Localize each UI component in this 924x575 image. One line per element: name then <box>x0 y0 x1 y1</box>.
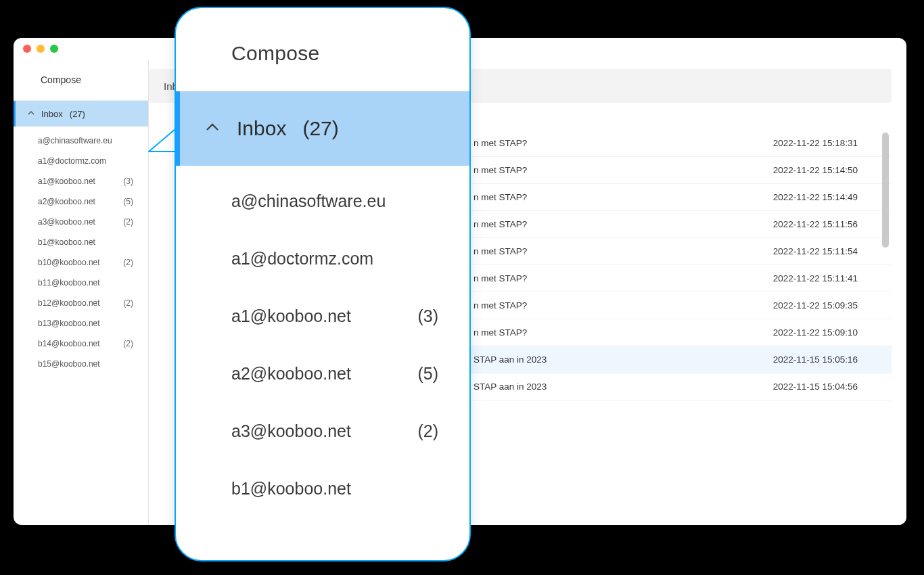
message-date: 2022-11-22 15:11:54 <box>773 246 864 256</box>
message-subject: n met STAP? <box>467 273 773 283</box>
message-subject: n met STAP? <box>467 192 773 202</box>
sidebar-account-email: a2@kooboo.net <box>38 197 95 206</box>
callout-account-count: (2) <box>417 421 438 441</box>
sidebar-account-item[interactable]: b14@kooboo.net(2) <box>14 334 148 354</box>
sidebar-account-email: b1@kooboo.net <box>38 237 95 247</box>
message-row[interactable]: n met STAP?2022-11-22 15:14:50 <box>467 157 892 184</box>
callout-account-email: b1@kooboo.net <box>231 479 351 499</box>
sidebar-account-item[interactable]: a1@doctormz.com <box>14 151 148 171</box>
sidebar-account-item[interactable]: b12@kooboo.net(2) <box>14 293 148 313</box>
message-date: 2022-11-15 15:05:16 <box>773 354 864 365</box>
sidebar-account-item[interactable]: a@chinasoftware.eu <box>14 131 148 151</box>
sidebar-account-count: (2) <box>123 298 136 308</box>
message-date: 2022-11-22 15:11:56 <box>773 219 864 229</box>
callout-account-item[interactable]: b1@kooboo.net <box>176 460 469 518</box>
window-minimize-button[interactable] <box>37 45 45 53</box>
sidebar-account-count: (3) <box>123 177 136 186</box>
callout-account-email: a1@doctormz.com <box>231 249 373 269</box>
message-row[interactable]: n met STAP?2022-11-22 15:09:35 <box>467 292 892 319</box>
callout-account-item[interactable]: a2@kooboo.net(5) <box>176 345 469 402</box>
sidebar-account-count: (2) <box>123 258 136 267</box>
sidebar-inbox[interactable]: Inbox (27) <box>14 101 148 127</box>
message-date: 2022-11-22 15:18:31 <box>773 138 864 148</box>
sidebar-account-item[interactable]: a1@kooboo.net(3) <box>14 171 148 191</box>
sidebar-account-email: a1@doctormz.com <box>38 156 106 166</box>
chevron-up-icon <box>206 120 219 137</box>
sidebar-account-email: b14@kooboo.net <box>38 339 100 348</box>
callout-account-item[interactable]: a3@kooboo.net(2) <box>176 402 469 460</box>
sidebar-account-item[interactable]: b15@kooboo.net <box>14 354 148 374</box>
message-row[interactable]: n met STAP?2022-11-22 15:14:49 <box>467 184 892 211</box>
sidebar-account-count <box>133 156 136 166</box>
message-row[interactable]: n met STAP?2022-11-22 15:09:10 <box>467 319 892 346</box>
callout-compose-button[interactable]: Compose <box>176 8 469 91</box>
callout-inbox[interactable]: Inbox (27) <box>176 91 469 166</box>
scrollbar-thumb[interactable] <box>882 133 889 248</box>
callout-account-email: a3@kooboo.net <box>231 421 351 441</box>
sidebar-account-count: (2) <box>123 339 136 348</box>
sidebar-account-item[interactable]: b11@kooboo.net <box>14 273 148 293</box>
callout-inbox-count: (27) <box>302 117 338 140</box>
message-date: 2022-11-22 15:09:35 <box>773 300 864 310</box>
callout-account-list: a@chinasoftware.eua1@doctormz.coma1@koob… <box>176 166 469 518</box>
callout-account-email: a2@kooboo.net <box>231 364 351 384</box>
sidebar-account-count <box>133 237 136 247</box>
message-row[interactable]: STAP aan in 20232022-11-15 15:05:16 <box>467 346 892 373</box>
message-date: 2022-11-22 15:14:50 <box>773 165 864 175</box>
message-subject: n met STAP? <box>467 138 773 148</box>
sidebar-account-item[interactable]: b13@kooboo.net <box>14 313 148 334</box>
callout-account-count: (5) <box>417 364 438 384</box>
sidebar-account-email: b15@kooboo.net <box>38 359 100 369</box>
sidebar-inbox-count: (27) <box>70 109 85 119</box>
sidebar-account-count <box>133 319 136 328</box>
callout-inbox-label: Inbox <box>237 117 286 140</box>
message-row[interactable]: STAP aan in 20232022-11-15 15:04:56 <box>467 373 892 400</box>
sidebar-account-count: (2) <box>123 217 136 227</box>
message-date: 2022-11-22 15:11:41 <box>773 273 864 283</box>
sidebar: Compose Inbox (27) a@chinasoftware.eua1@… <box>14 60 149 525</box>
message-subject: n met STAP? <box>467 327 773 338</box>
message-date: 2022-11-22 15:14:49 <box>773 192 864 202</box>
callout-account-item[interactable]: a1@doctormz.com <box>176 230 469 288</box>
message-subject: n met STAP? <box>467 300 773 310</box>
window-close-button[interactable] <box>23 45 31 53</box>
message-date: 2022-11-15 15:04:56 <box>773 382 864 392</box>
compose-button[interactable]: Compose <box>14 60 148 101</box>
callout-account-count: (3) <box>417 306 438 326</box>
message-subject: n met STAP? <box>467 246 773 256</box>
sidebar-account-email: b10@kooboo.net <box>38 258 100 267</box>
message-subject: STAP aan in 2023 <box>467 382 773 392</box>
sidebar-account-email: a@chinasoftware.eu <box>38 136 112 145</box>
sidebar-account-item[interactable]: b10@kooboo.net(2) <box>14 252 148 273</box>
sidebar-account-count: (5) <box>123 197 136 206</box>
sidebar-account-email: b13@kooboo.net <box>38 319 100 328</box>
sidebar-account-email: b12@kooboo.net <box>38 298 100 308</box>
message-date: 2022-11-22 15:09:10 <box>773 327 864 338</box>
callout-account-email: a1@kooboo.net <box>231 306 351 326</box>
sidebar-account-item[interactable]: a3@kooboo.net(2) <box>14 212 148 232</box>
message-row[interactable]: n met STAP?2022-11-22 15:11:54 <box>467 238 892 265</box>
message-row[interactable]: n met STAP?2022-11-22 15:18:31 <box>467 130 892 157</box>
callout-account-item[interactable]: a1@kooboo.net(3) <box>176 288 469 345</box>
sidebar-account-list: a@chinasoftware.eua1@doctormz.coma1@koob… <box>14 127 148 374</box>
sidebar-inbox-label: Inbox <box>41 109 63 119</box>
sidebar-account-item[interactable]: a2@kooboo.net(5) <box>14 191 148 212</box>
sidebar-account-item[interactable]: b1@kooboo.net <box>14 232 148 252</box>
sidebar-account-count <box>133 278 136 288</box>
chevron-up-icon <box>28 110 34 118</box>
sidebar-account-email: a1@kooboo.net <box>38 177 95 186</box>
callout-account-email: a@chinasoftware.eu <box>231 191 386 211</box>
sidebar-account-email: a3@kooboo.net <box>38 217 95 227</box>
message-subject: n met STAP? <box>467 219 773 229</box>
sidebar-account-email: b11@kooboo.net <box>38 278 100 288</box>
message-row[interactable]: n met STAP?2022-11-22 15:11:41 <box>467 265 892 292</box>
message-row[interactable]: n met STAP?2022-11-22 15:11:56 <box>467 211 892 238</box>
callout-account-item[interactable]: a@chinasoftware.eu <box>176 172 469 230</box>
sidebar-account-count <box>133 136 136 145</box>
window-zoom-button[interactable] <box>50 45 58 53</box>
callout-zoom: Compose Inbox (27) a@chinasoftware.eua1@… <box>175 7 471 561</box>
sidebar-account-count <box>133 359 136 369</box>
message-subject: n met STAP? <box>467 165 773 175</box>
message-subject: STAP aan in 2023 <box>467 354 773 365</box>
